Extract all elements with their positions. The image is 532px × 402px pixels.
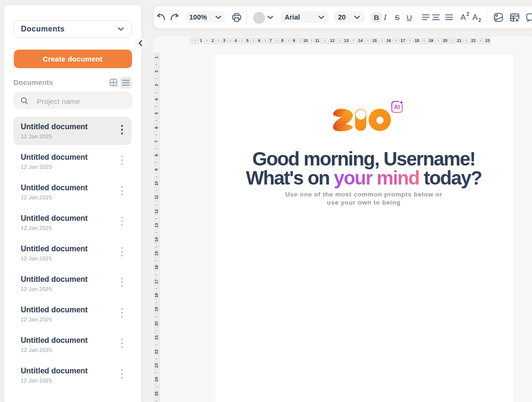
svg-text:AI: AI [394, 104, 400, 111]
